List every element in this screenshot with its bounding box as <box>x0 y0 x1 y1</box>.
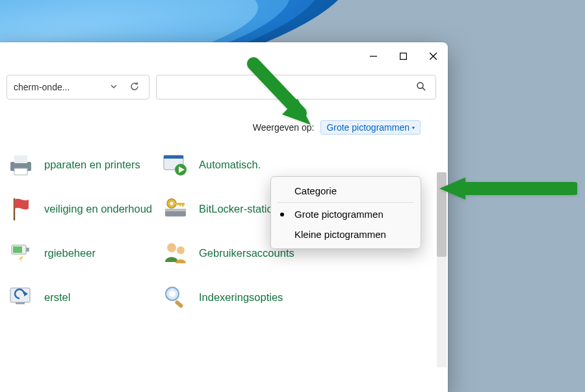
menu-item-small-icons[interactable]: Kleine pictogrammen <box>271 224 421 244</box>
control-panel-window: cherm-onde... Weergeven op: Grote pictog… <box>0 42 448 392</box>
svg-rect-32 <box>174 300 184 309</box>
cp-item-devices-printers[interactable]: pparaten en printers <box>6 150 156 179</box>
svg-marker-36 <box>439 177 465 200</box>
view-by-menu: Categorie Grote pictogrammen Kleine pict… <box>270 176 421 249</box>
cp-item-label: pparaten en printers <box>44 159 140 171</box>
autoplay-icon <box>161 150 190 179</box>
svg-rect-20 <box>182 203 184 207</box>
svg-point-31 <box>169 291 176 297</box>
svg-rect-24 <box>13 246 22 253</box>
svg-rect-21 <box>179 203 181 206</box>
cp-item-autoplay[interactable]: Automatisch. <box>161 150 432 179</box>
power-icon <box>6 239 35 267</box>
menu-item-category[interactable]: Categorie <box>271 181 421 201</box>
close-button[interactable] <box>418 42 448 70</box>
cp-item-recovery[interactable]: erstel <box>6 283 156 311</box>
view-by-row: Weergeven op: Grote pictogrammen ▾ <box>0 109 448 138</box>
cp-item-label: Automatisch. <box>199 159 261 171</box>
view-by-current: Grote pictogrammen <box>326 122 410 133</box>
svg-rect-23 <box>26 248 29 252</box>
svg-line-5 <box>422 88 425 90</box>
menu-separator <box>278 202 414 203</box>
recovery-icon <box>6 283 35 311</box>
svg-rect-7 <box>14 155 27 163</box>
cp-item-label: veiliging en onderhoud <box>44 203 152 215</box>
svg-point-9 <box>27 163 29 165</box>
cp-item-power-options[interactable]: rgiebeheer <box>6 239 156 267</box>
svg-rect-16 <box>165 209 186 211</box>
cp-item-indexing-options[interactable]: Indexeringsopties <box>161 283 432 311</box>
toolbar: cherm-onde... <box>0 70 448 109</box>
cp-item-label: rgiebeheer <box>44 247 96 259</box>
menu-item-label: Categorie <box>294 185 337 196</box>
menu-item-large-icons[interactable]: Grote pictogrammen <box>271 204 421 224</box>
cp-item-security-maintenance[interactable]: veiliging en onderhoud <box>6 194 156 223</box>
svg-rect-1 <box>400 53 406 59</box>
bitlocker-icon <box>161 194 190 223</box>
flag-icon <box>6 194 35 223</box>
indexing-icon <box>161 283 190 311</box>
view-by-dropdown[interactable]: Grote pictogrammen ▾ <box>320 120 421 135</box>
annotation-arrow-left <box>434 172 577 205</box>
selected-bullet-icon <box>280 213 284 216</box>
minimize-button[interactable] <box>358 42 388 70</box>
chevron-down-icon[interactable] <box>107 82 120 92</box>
address-bar[interactable]: cherm-onde... <box>6 75 150 99</box>
svg-rect-8 <box>14 168 27 175</box>
svg-rect-11 <box>164 155 183 159</box>
users-icon <box>161 239 190 267</box>
svg-point-26 <box>177 246 185 254</box>
svg-point-25 <box>167 243 176 252</box>
search-icon <box>416 81 426 94</box>
breadcrumb-text: cherm-onde... <box>14 82 101 92</box>
menu-item-label: Kleine pictogrammen <box>294 229 386 240</box>
menu-item-label: Grote pictogrammen <box>294 209 384 220</box>
annotation-arrow-down <box>240 57 325 142</box>
svg-rect-29 <box>16 302 25 304</box>
printer-icon <box>6 150 35 179</box>
refresh-icon[interactable] <box>127 81 142 94</box>
cp-item-label: erstel <box>44 291 70 304</box>
dropdown-caret-icon: ▾ <box>412 125 415 131</box>
maximize-button[interactable] <box>388 42 418 70</box>
svg-point-18 <box>170 202 173 205</box>
svg-point-4 <box>417 83 423 88</box>
titlebar <box>0 42 448 70</box>
cp-item-label: Indexeringsopties <box>199 291 283 304</box>
